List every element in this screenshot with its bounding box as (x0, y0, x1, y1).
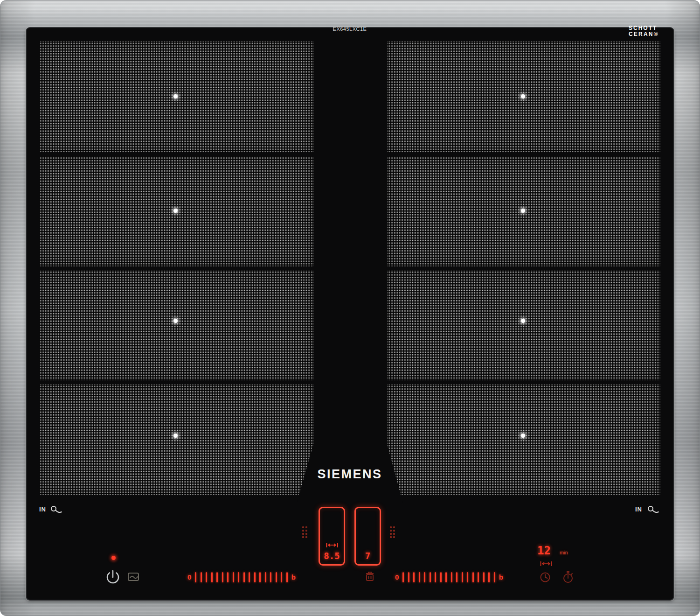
slider-boost-label: b (499, 571, 503, 584)
slider-bar (408, 572, 409, 582)
probe-icon (647, 505, 659, 516)
slider-bar (259, 572, 261, 582)
cooking-zone-segment (387, 384, 660, 495)
slider-zero-label: 0 (395, 571, 399, 584)
timer-readout: 12 (537, 545, 551, 556)
slider-bar (243, 572, 245, 582)
model-number: EX645LXC1E (308, 26, 392, 32)
slider-bar (435, 572, 436, 582)
slider-bar (430, 572, 431, 582)
power-level-readout: 7 (365, 552, 370, 560)
schott-ceran-logo: SCHOTT CERAN® (629, 25, 672, 37)
pan-detection-dot (173, 319, 178, 323)
slider-bar (462, 572, 463, 582)
pan-width-icon (326, 541, 338, 550)
product-photo: EX645LXC1E SCHOTT CERAN® SIEMENS IN IN 0… (0, 0, 700, 616)
stopwatch-icon[interactable] (561, 570, 574, 585)
slider-bar (206, 572, 207, 582)
ceran-line: CERAN® (629, 31, 672, 37)
slider-bar (211, 572, 213, 582)
clock-icon[interactable] (539, 571, 551, 585)
in-marking-left: IN (39, 506, 46, 513)
slider-bar (445, 572, 447, 582)
slider-bar (216, 572, 218, 582)
slider-bar (286, 572, 288, 582)
slider-bar-track[interactable] (195, 572, 288, 582)
cooking-zone-segment (40, 384, 313, 495)
slider-bar (227, 572, 229, 582)
pan-detection-dot (173, 94, 178, 98)
slider-bar (483, 572, 485, 582)
slider-bar (451, 572, 452, 582)
slider-bar (456, 572, 457, 582)
pan-detection-dot (521, 434, 525, 438)
slider-bar (440, 572, 442, 582)
level-indicator-icon (302, 526, 307, 538)
slider-bar (270, 572, 271, 582)
power-slider-right[interactable]: 0 b (395, 571, 503, 584)
slider-boost-label: b (291, 571, 296, 584)
probe-icon (50, 505, 62, 516)
brand-logo: SIEMENS (284, 467, 415, 482)
slider-bar (402, 572, 404, 582)
slider-bar (419, 572, 420, 582)
slider-bar (201, 572, 202, 582)
power-icon[interactable] (104, 568, 121, 587)
slider-bar (478, 572, 479, 582)
slider-bar (281, 572, 282, 582)
wipe-protection-icon[interactable] (126, 570, 140, 586)
zone-display-right[interactable]: 7 (354, 507, 381, 566)
slider-bar (488, 572, 490, 582)
pan-detection-dot (521, 94, 525, 98)
pan-detection-dot (521, 319, 525, 323)
cooking-zone-segment (387, 270, 660, 380)
slider-bar (238, 572, 239, 582)
slider-bar (222, 572, 223, 582)
timer-unit-label: min (560, 550, 568, 555)
power-indicator-dot (111, 556, 116, 560)
slider-bar (265, 572, 266, 582)
slider-bar (195, 572, 196, 582)
slider-bar (413, 572, 415, 582)
slider-bar (254, 572, 256, 582)
slider-bar (424, 572, 425, 582)
slider-bar (249, 572, 250, 582)
delete-icon[interactable] (363, 570, 376, 585)
slider-bar (233, 572, 234, 582)
zone-display-left[interactable]: 8.5 (319, 507, 345, 566)
slider-bar (276, 572, 277, 582)
cooking-zone-segment (40, 270, 313, 380)
pan-detection-dot (173, 209, 178, 213)
slider-bar (494, 572, 495, 582)
level-indicator-icon (390, 526, 395, 538)
slider-bar-track[interactable] (402, 572, 495, 582)
power-slider-left[interactable]: 0 b (187, 571, 296, 584)
pan-detection-dot (521, 209, 525, 213)
slider-bar (467, 572, 468, 582)
slider-zero-label: 0 (187, 571, 191, 584)
pan-width-icon (540, 560, 552, 568)
pan-detection-dot (173, 434, 178, 438)
in-marking-right: IN (635, 506, 642, 513)
slider-bar (472, 572, 474, 582)
power-level-readout: 8.5 (324, 552, 340, 560)
